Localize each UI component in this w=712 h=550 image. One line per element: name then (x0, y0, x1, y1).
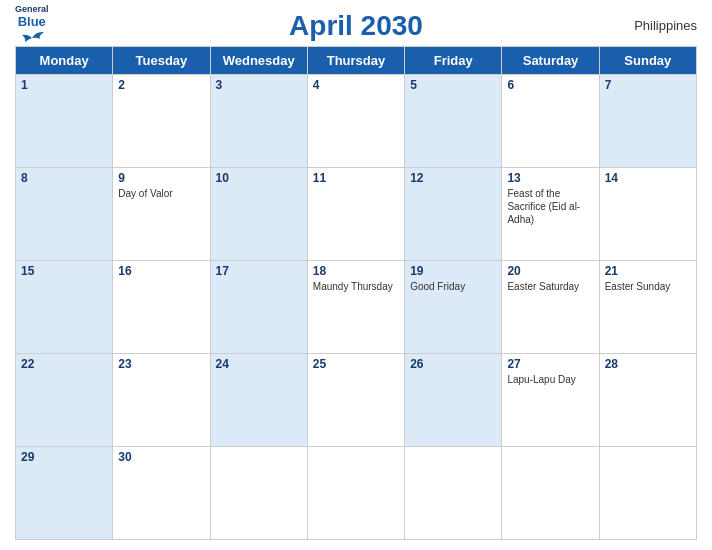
calendar-cell: 12 (405, 168, 502, 261)
day-number: 11 (313, 171, 399, 185)
day-number: 19 (410, 264, 496, 278)
calendar-cell: 13Feast of the Sacrifice (Eid al-Adha) (502, 168, 599, 261)
day-number: 7 (605, 78, 691, 92)
calendar-cell: 22 (16, 354, 113, 447)
calendar-table: MondayTuesdayWednesdayThursdayFridaySatu… (15, 46, 697, 540)
calendar-cell: 8 (16, 168, 113, 261)
calendar-cell: 1 (16, 75, 113, 168)
day-number: 28 (605, 357, 691, 371)
day-number: 13 (507, 171, 593, 185)
calendar-cell (502, 447, 599, 540)
calendar-cell (405, 447, 502, 540)
logo-blue-text: Blue (18, 15, 46, 29)
calendar-week-4: 222324252627Lapu-Lapu Day28 (16, 354, 697, 447)
day-number: 6 (507, 78, 593, 92)
day-number: 23 (118, 357, 204, 371)
calendar-header: General Blue April 2030 Philippines (15, 10, 697, 42)
holiday-label: Good Friday (410, 280, 496, 293)
calendar-header-row: MondayTuesdayWednesdayThursdayFridaySatu… (16, 47, 697, 75)
calendar-cell: 28 (599, 354, 696, 447)
calendar-cell: 25 (307, 354, 404, 447)
day-number: 3 (216, 78, 302, 92)
holiday-label: Maundy Thursday (313, 280, 399, 293)
day-number: 21 (605, 264, 691, 278)
calendar-week-5: 2930 (16, 447, 697, 540)
day-number: 5 (410, 78, 496, 92)
calendar-cell: 7 (599, 75, 696, 168)
logo: General Blue (15, 5, 49, 47)
calendar-cell: 18Maundy Thursday (307, 261, 404, 354)
holiday-label: Lapu-Lapu Day (507, 373, 593, 386)
calendar-cell (210, 447, 307, 540)
day-number: 4 (313, 78, 399, 92)
calendar-cell (599, 447, 696, 540)
calendar-cell: 16 (113, 261, 210, 354)
day-header-wednesday: Wednesday (210, 47, 307, 75)
calendar-cell: 15 (16, 261, 113, 354)
calendar-cell: 17 (210, 261, 307, 354)
day-number: 10 (216, 171, 302, 185)
calendar-cell: 4 (307, 75, 404, 168)
day-number: 25 (313, 357, 399, 371)
day-number: 30 (118, 450, 204, 464)
calendar-cell: 27Lapu-Lapu Day (502, 354, 599, 447)
day-number: 27 (507, 357, 593, 371)
day-number: 17 (216, 264, 302, 278)
calendar-cell: 10 (210, 168, 307, 261)
calendar-week-3: 15161718Maundy Thursday19Good Friday20Ea… (16, 261, 697, 354)
calendar-cell: 5 (405, 75, 502, 168)
day-number: 15 (21, 264, 107, 278)
day-header-tuesday: Tuesday (113, 47, 210, 75)
holiday-label: Day of Valor (118, 187, 204, 200)
calendar-cell: 2 (113, 75, 210, 168)
calendar-week-2: 89Day of Valor10111213Feast of the Sacri… (16, 168, 697, 261)
calendar-cell: 6 (502, 75, 599, 168)
day-number: 8 (21, 171, 107, 185)
calendar-cell (307, 447, 404, 540)
calendar-cell: 29 (16, 447, 113, 540)
day-header-thursday: Thursday (307, 47, 404, 75)
day-number: 26 (410, 357, 496, 371)
page-title: April 2030 (289, 10, 423, 42)
calendar-cell: 30 (113, 447, 210, 540)
day-number: 1 (21, 78, 107, 92)
calendar-cell: 11 (307, 168, 404, 261)
day-number: 20 (507, 264, 593, 278)
day-header-sunday: Sunday (599, 47, 696, 75)
calendar-week-1: 1234567 (16, 75, 697, 168)
day-header-monday: Monday (16, 47, 113, 75)
day-number: 29 (21, 450, 107, 464)
calendar-cell: 24 (210, 354, 307, 447)
calendar-cell: 19Good Friday (405, 261, 502, 354)
day-number: 2 (118, 78, 204, 92)
calendar-cell: 21Easter Sunday (599, 261, 696, 354)
calendar-cell: 26 (405, 354, 502, 447)
calendar-cell: 9Day of Valor (113, 168, 210, 261)
holiday-label: Easter Sunday (605, 280, 691, 293)
day-number: 14 (605, 171, 691, 185)
day-number: 24 (216, 357, 302, 371)
day-header-saturday: Saturday (502, 47, 599, 75)
day-number: 12 (410, 171, 496, 185)
day-number: 22 (21, 357, 107, 371)
calendar-cell: 23 (113, 354, 210, 447)
day-number: 16 (118, 264, 204, 278)
holiday-label: Feast of the Sacrifice (Eid al-Adha) (507, 187, 593, 226)
day-header-friday: Friday (405, 47, 502, 75)
day-number: 9 (118, 171, 204, 185)
country-label: Philippines (634, 18, 697, 33)
calendar-cell: 14 (599, 168, 696, 261)
calendar-cell: 3 (210, 75, 307, 168)
calendar-cell: 20Easter Saturday (502, 261, 599, 354)
day-number: 18 (313, 264, 399, 278)
holiday-label: Easter Saturday (507, 280, 593, 293)
logo-bird-icon (18, 29, 46, 47)
